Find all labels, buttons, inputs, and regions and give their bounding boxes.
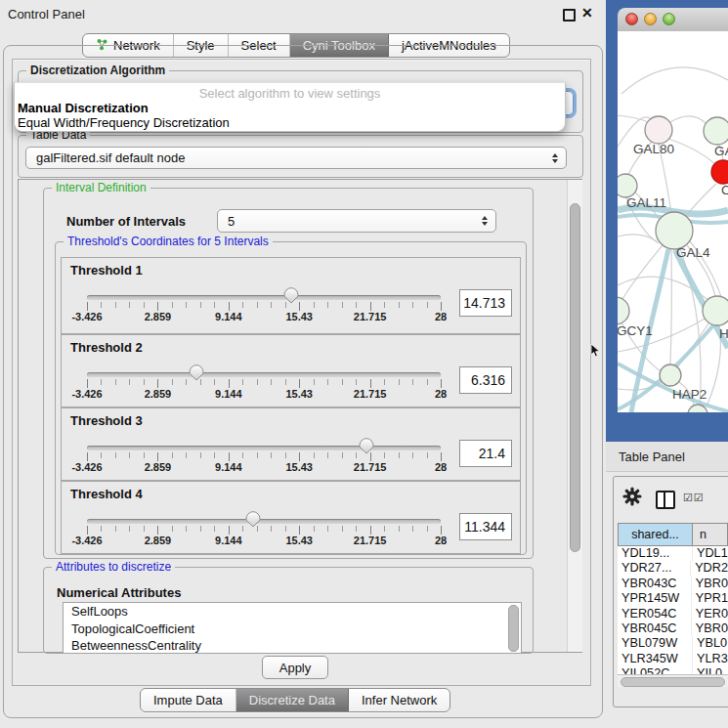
threshold-value-field[interactable]: 6.316 [459, 366, 512, 394]
network-node-hap2[interactable] [660, 364, 681, 386]
cell-shared-name[interactable]: YDR27... [618, 561, 691, 576]
network-node-c[interactable] [711, 160, 728, 184]
cell-name[interactable]: YDL1 [693, 546, 728, 561]
table-row[interactable]: YIL052CYIL0 [618, 666, 728, 674]
column-layout-icon[interactable] [656, 491, 675, 509]
network-edge[interactable] [668, 139, 715, 164]
table-row[interactable]: YDL19...YDL1 [618, 546, 728, 561]
tab-discretize-data[interactable]: Discretize Data [236, 689, 349, 711]
table-row[interactable]: YBL079WYBL0 [618, 636, 728, 651]
network-node-h[interactable] [703, 296, 728, 325]
cell-name[interactable]: YIL0 [693, 666, 722, 674]
slider-major-tick [441, 452, 442, 461]
number-of-intervals-label: Number of Intervals [66, 214, 186, 229]
numerical-attributes-label: Numerical Attributes [57, 585, 181, 600]
network-node-gcy1[interactable] [618, 297, 629, 324]
attribute-item-topologicalcoefficient[interactable]: TopologicalCoefficient [64, 621, 521, 638]
network-node-gal80[interactable] [645, 116, 672, 144]
numerical-attributes-list[interactable]: SelfLoopsTopologicalCoefficientBetweenne… [63, 602, 522, 654]
table-data-combobox[interactable]: galFiltered.sif default node [25, 147, 567, 169]
close-icon[interactable]: ✕ [581, 5, 593, 21]
slider-tick-label: 21.715 [354, 461, 387, 473]
cell-shared-name[interactable]: YPR145W [618, 591, 692, 606]
network-edge[interactable] [618, 235, 657, 241]
threshold-value-field[interactable]: 11.344 [459, 513, 512, 540]
tab-label: Impute Data [153, 693, 223, 707]
cell-shared-name[interactable]: YBL079W [618, 636, 693, 651]
table-hscrollbar-thumb[interactable] [621, 677, 725, 687]
cell-name[interactable]: YLR3 [693, 652, 728, 666]
mac-close-icon[interactable] [625, 13, 638, 25]
threshold-slider-thumb[interactable] [189, 364, 204, 381]
network-edge[interactable] [670, 116, 707, 124]
cell-shared-name[interactable]: YBR043C [618, 577, 692, 591]
slider-tick-label: 15.43 [285, 535, 313, 546]
cell-name[interactable]: YBR0 [692, 621, 728, 636]
mouse-cursor [590, 344, 602, 359]
checkbox-columns-icon[interactable]: ☑☑ [683, 492, 705, 504]
float-window-icon[interactable] [563, 9, 576, 21]
tab-label: Infer Network [362, 693, 437, 707]
thresholds-group-label: Threshold's Coordinates for 5 Intervals [64, 235, 273, 248]
node-table[interactable]: shared... n YDL19...YDL1YDR27...YDR2YBR0… [618, 523, 728, 674]
column-header-shared-name[interactable]: shared... [618, 523, 693, 546]
cell-shared-name[interactable]: YBR045C [618, 621, 692, 636]
threshold-slider-track[interactable] [87, 519, 441, 524]
table-row[interactable]: YBR045CYBR0 [618, 621, 728, 636]
slider-major-tick [229, 452, 230, 461]
tab-impute-data[interactable]: Impute Data [141, 689, 236, 711]
threshold-slider-thumb[interactable] [245, 511, 261, 528]
algorithm-placeholder-option[interactable]: Select algorithm to view settings [15, 83, 565, 101]
threshold-value-field[interactable]: 14.713 [459, 289, 512, 317]
tab-infer-network[interactable]: Infer Network [349, 689, 450, 711]
threshold-slider-track[interactable] [87, 295, 441, 300]
attribute-item-selfloops[interactable]: SelfLoops [64, 603, 521, 621]
combo-stepper-icon [482, 216, 488, 226]
cell-name[interactable]: YER0 [692, 607, 728, 621]
network-canvas[interactable]: GAL80GACGAL11GAL4GCY1HHAP2 [618, 31, 728, 412]
slider-major-tick [299, 379, 300, 388]
attribute-item-betweennesscentrality[interactable]: BetweennessCentrality [64, 637, 521, 654]
table-row[interactable]: YDR27...YDR2 [618, 561, 728, 576]
network-window-titlebar[interactable] [618, 8, 728, 32]
attributes-scrollbar-thumb[interactable] [508, 605, 519, 652]
threshold-slider-track[interactable] [87, 372, 441, 377]
table-hscrollbar-track[interactable] [618, 674, 728, 687]
cell-shared-name[interactable]: YIL052C [618, 666, 693, 674]
threshold-slider-track[interactable] [87, 446, 441, 450]
mac-zoom-icon[interactable] [663, 13, 675, 25]
mac-minimize-icon[interactable] [644, 13, 657, 25]
cell-name[interactable]: YBL0 [693, 636, 727, 651]
column-header-name[interactable]: n [693, 523, 728, 546]
table-row[interactable]: YLR345WYLR3 [618, 652, 728, 666]
number-of-intervals-combobox[interactable]: 5 [217, 209, 496, 233]
cell-shared-name[interactable]: YLR345W [618, 652, 693, 666]
slider-major-tick [87, 526, 88, 535]
table-row[interactable]: YPR145WYPR1 [618, 591, 728, 606]
network-edge[interactable] [621, 67, 728, 94]
slider-major-tick [441, 526, 442, 535]
network-node-ga[interactable] [704, 117, 728, 145]
apply-button[interactable]: Apply [262, 656, 328, 679]
cell-name[interactable]: YBR0 [692, 577, 728, 591]
network-node-gal11[interactable] [618, 174, 637, 197]
algorithm-option-manual-discretization[interactable]: Manual Discretization [15, 101, 565, 115]
algorithm-option-equal-width-frequency-discretization[interactable]: Equal Width/Frequency Discretization [15, 115, 565, 130]
settings-gear-icon[interactable] [622, 487, 642, 506]
apply-button-label: Apply [279, 661, 312, 675]
table-row[interactable]: YBR043CYBR0 [618, 577, 728, 591]
network-node-gal4[interactable] [656, 212, 693, 249]
number-of-intervals-value: 5 [228, 214, 235, 229]
threshold-slider-thumb[interactable] [359, 438, 374, 454]
settings-scrollbar-thumb[interactable] [570, 203, 580, 552]
table-row[interactable]: YER054CYER0 [618, 607, 728, 621]
cell-name[interactable]: YPR1 [692, 591, 728, 606]
node-label: GAL80 [633, 142, 674, 156]
cell-shared-name[interactable]: YDL19... [618, 546, 693, 561]
network-edge[interactable] [670, 249, 671, 364]
threshold-slider-thumb[interactable] [283, 287, 299, 304]
cell-shared-name[interactable]: YER054C [618, 607, 692, 621]
threshold-value-field[interactable]: 21.4 [459, 440, 512, 467]
network-edge[interactable] [618, 115, 651, 123]
cell-name[interactable]: YDR2 [691, 561, 728, 576]
